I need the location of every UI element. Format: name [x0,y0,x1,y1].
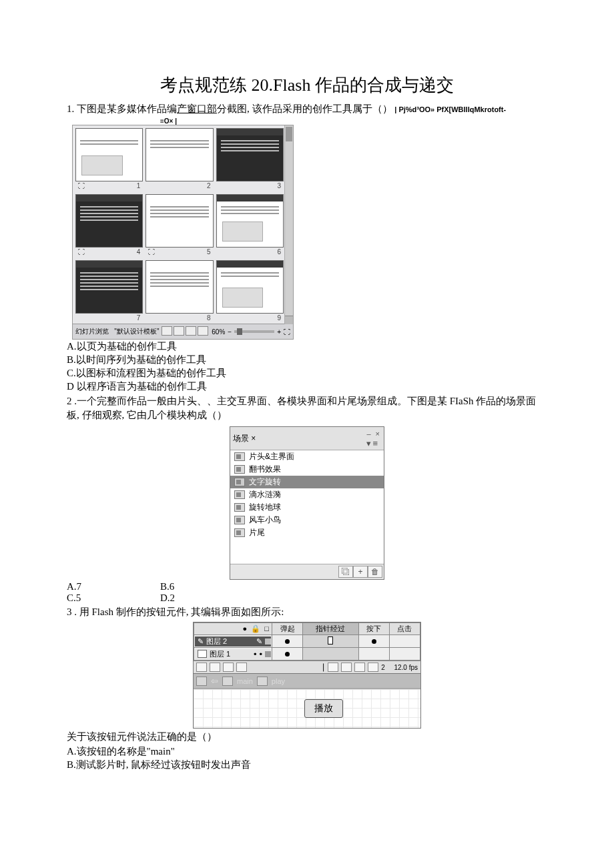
q2-num: 2 [67,396,72,406]
scene-icon [234,516,245,524]
slide-thumb[interactable] [145,260,213,314]
layer-name-label: 图层 2 [206,636,227,646]
eye-icon[interactable]: ● [243,624,248,632]
slide-num: 4 [137,248,141,256]
fps-label: 12.0 fps [394,664,418,671]
layer-row[interactable]: ✎ 图层 2 ✎ [194,635,420,648]
frame-cell[interactable] [389,648,420,661]
fig1-scrollbar[interactable] [284,125,293,324]
slide-thumb[interactable] [75,128,143,181]
q1-stem: 1. 下图是某多媒体作品编产窗口部分截图, 该作品采用的创作工具属于（） | P… [67,102,547,116]
zoom-in-button[interactable]: + [277,328,281,336]
crosshair-icon[interactable] [196,677,207,686]
layer-icon [198,650,207,658]
pencil-icon: ✎ [256,637,262,646]
scene-item-label: 片尾 [249,527,265,538]
state-hit: 点击 [389,623,420,635]
new-folder-button[interactable] [210,663,220,672]
page-title: 考点规范练 20.Flash 作品的合成与递交 [67,73,547,97]
scene-item[interactable]: 滴水涟漪 [230,488,384,501]
scene-item[interactable]: 旋转地球 [230,501,384,514]
onion-skin-button[interactable] [354,663,365,672]
current-frame: 2 [381,664,385,671]
scene-list[interactable]: 片头&主界面 翻书效果 文字旋转 滴水涟漪 旋转地球 风车小鸟 片尾 [230,450,384,564]
frame-cell[interactable] [303,648,359,661]
q1-text-b: 分截图, 该作品采用的创作工具属于（） [217,103,392,114]
zoom-slider[interactable] [234,330,274,333]
slide-num: 8 [207,314,211,322]
slide-thumb[interactable] [216,260,284,314]
outline-icon[interactable]: □ [264,624,269,632]
add-scene-button[interactable]: + [353,566,368,578]
delete-scene-button[interactable]: 🗑 [368,566,382,578]
symbol-icon[interactable] [257,677,268,686]
slide-num: 6 [277,248,281,256]
scene-item[interactable]: 片头&主界面 [230,450,384,463]
dot-icon [254,649,257,659]
state-down: 按下 [358,623,389,635]
scene-icon [234,478,245,486]
delete-layer-button[interactable] [223,663,234,672]
q3-option-b: B.测试影片时, 鼠标经过该按钮时发出声音 [67,759,547,771]
scene-item-selected[interactable]: 文字旋转 [230,476,384,488]
outline-box [265,638,271,644]
q1-tiny: ≡O× | [160,117,547,125]
scene-item[interactable]: 风车小鸟 [230,514,384,526]
frame-cell[interactable] [358,648,389,661]
fig1-scroll-thumb[interactable] [286,127,292,141]
scene-icon [234,528,245,537]
lock-icon[interactable]: 🔒 [251,624,260,633]
scene-item-label: 片头&主界面 [249,451,294,462]
zoom-out-button[interactable]: − [228,328,232,336]
slide-icon: ⛶ [78,248,85,256]
edit-breadcrumb: ⇦ main play [194,673,420,688]
slide-thumb[interactable] [75,194,143,248]
duplicate-scene-button[interactable]: ⿻ [338,566,353,578]
q1-option-c: C.以图标和流程图为基础的创作工具 [67,367,547,380]
new-layer-button[interactable] [196,663,207,672]
fullscreen-icon[interactable]: ⛶ [284,328,290,336]
back-arrow-icon[interactable]: ⇦ [211,676,218,686]
slide-thumb[interactable] [216,194,284,248]
q2-option-c: C.5 [67,592,160,604]
play-button[interactable]: 播放 [304,699,343,718]
q1-option-b: B.以时间序列为基础的创作工具 [67,354,547,366]
q3-tail: 关于该按钮元件说法正确的是（） [67,730,547,744]
q2-option-a: A.7 [67,581,160,592]
frame-cell[interactable] [358,635,389,648]
layer-row[interactable]: 图层 1 [194,648,420,661]
scene-item[interactable]: 片尾 [230,526,384,539]
frame-cell[interactable] [303,635,359,648]
onion-skin-button[interactable] [341,663,352,672]
slide-thumb[interactable] [216,128,284,181]
playhead-icon: ⎮ [322,664,325,671]
frame-cell[interactable] [272,635,303,648]
tool-button[interactable] [236,663,247,672]
fig1-scroll-down[interactable] [285,316,293,324]
q1-text-u: 产窗口部 [177,103,217,114]
fig3-button-timeline: ● 🔒 □ 弹起 指针经过 按下 点击 ✎ 图层 2 [193,622,421,729]
slide-thumb[interactable] [75,260,143,314]
status-view-buttons[interactable] [162,326,210,337]
panel-minimize-icon[interactable]: – × [366,430,381,438]
layer-head-icons: ● 🔒 □ [194,623,272,635]
outline-box [265,651,271,657]
scene-icon[interactable] [222,677,233,686]
breadcrumb-main[interactable]: main [237,677,253,685]
q2-text: .一个完整而作品一般由片头、、主交互界面、各模块界面和片尾场景组成。下图是某 F… [67,396,536,420]
slide-thumb[interactable] [145,194,213,248]
onion-skin-button[interactable] [368,663,378,672]
q3-stem: 3 . 用 Flash 制作的按钮元件, 其编辑界面如图所示: [67,605,547,619]
onion-skin-button[interactable] [328,663,338,672]
panel-menu-icon[interactable]: ▾≡ [366,438,379,448]
state-up: 弹起 [272,623,303,635]
frame-cell[interactable] [272,648,303,661]
q1-text-a: 下图是某多媒体作品编 [77,103,177,114]
frame-cell[interactable] [389,635,420,648]
breadcrumb-play[interactable]: play [272,677,285,685]
slide-thumb[interactable] [145,128,213,181]
slide-num: 2 [207,182,211,189]
scene-item[interactable]: 翻书效果 [230,463,384,476]
scene-item-label: 滴水涟漪 [249,489,281,500]
scene-icon [234,452,245,461]
